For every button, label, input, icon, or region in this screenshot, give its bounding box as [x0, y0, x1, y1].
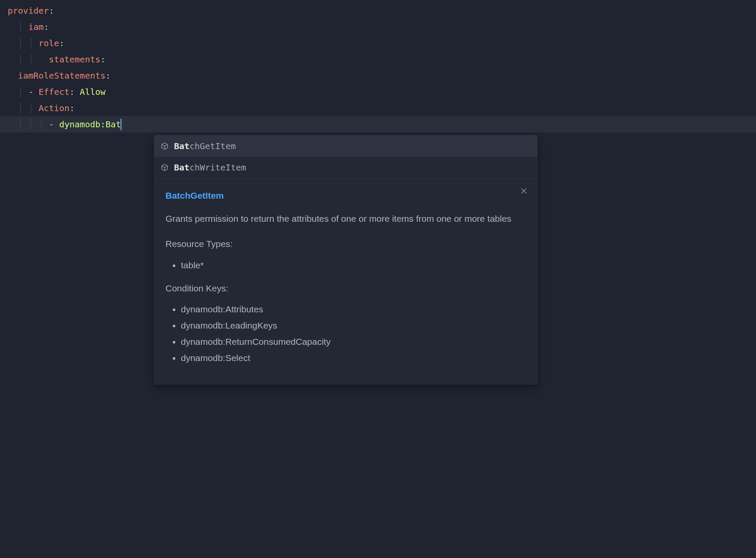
yaml-action-typed: Bat — [106, 116, 121, 132]
list-item: dynamodb:LeadingKeys — [181, 318, 526, 333]
yaml-key: Action — [38, 100, 69, 116]
text-cursor — [121, 119, 122, 130]
doc-section-label: Resource Types: — [165, 236, 526, 252]
suggestion-list: BatchGetItemBatchWriteItem — [154, 135, 537, 178]
module-icon — [160, 163, 169, 172]
yaml-key: iamRoleStatements — [18, 68, 106, 84]
yaml-action-prefix: dynamodb — [59, 116, 100, 132]
code-line: │ │ Action: — [8, 100, 756, 116]
code-line: iamRoleStatements: — [8, 68, 756, 84]
suggestion-label: BatchWriteItem — [174, 159, 246, 176]
code-line: provider: — [8, 3, 756, 19]
yaml-key: statements — [49, 51, 100, 68]
yaml-value: Allow — [80, 84, 106, 100]
code-line: │ │ role: — [8, 35, 756, 51]
yaml-key: provider — [8, 3, 49, 19]
code-line: │ iam: — [8, 19, 756, 35]
code-editor[interactable]: provider: │ iam: │ │ role: │ │ statement… — [0, 0, 756, 132]
doc-section-label: Condition Keys: — [165, 281, 526, 296]
yaml-key: Effect — [38, 84, 69, 100]
doc-title: BatchGetItem — [165, 188, 526, 203]
documentation-panel: BatchGetItem Grants permission to return… — [154, 178, 537, 384]
suggestion-label: BatchGetItem — [174, 138, 236, 154]
doc-description: Grants permission to return the attribut… — [165, 211, 526, 226]
suggestion-item[interactable]: BatchGetItem — [154, 135, 537, 157]
resource-types-list: table* — [165, 258, 526, 273]
code-line: │ - Effect: Allow — [8, 84, 756, 100]
code-line: │ │ statements: — [8, 51, 756, 68]
yaml-key: iam — [28, 19, 44, 35]
yaml-key: role — [38, 35, 59, 51]
module-icon — [160, 142, 169, 150]
list-item: dynamodb:ReturnConsumedCapacity — [181, 334, 526, 349]
close-icon[interactable] — [519, 186, 529, 196]
condition-keys-list: dynamodb:Attributesdynamodb:LeadingKeysd… — [165, 302, 526, 365]
suggestion-item[interactable]: BatchWriteItem — [154, 157, 537, 178]
list-item: dynamodb:Select — [181, 350, 526, 366]
code-line: │ │ │ - dynamodb:Bat — [8, 116, 756, 132]
list-item: dynamodb:Attributes — [181, 302, 526, 317]
autocomplete-popup: BatchGetItemBatchWriteItem BatchGetItem … — [154, 135, 537, 385]
list-item: table* — [181, 258, 526, 273]
